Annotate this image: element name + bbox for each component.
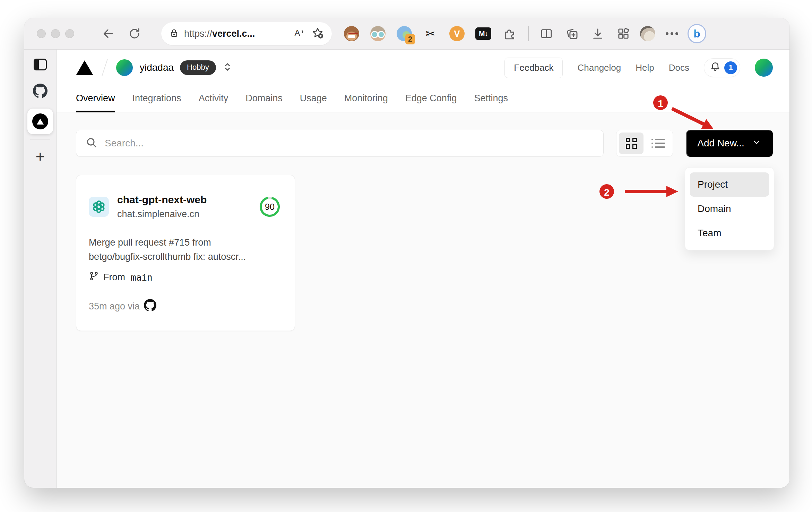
list-view-icon [651, 139, 665, 148]
notification-count-badge: 1 [724, 61, 737, 74]
downloads-icon[interactable] [588, 24, 607, 43]
search-icon [85, 136, 98, 150]
url-scheme: https:// [184, 28, 212, 39]
v-extension-icon[interactable]: V [449, 26, 465, 42]
tab-usage[interactable]: Usage [300, 86, 327, 112]
new-tab-button[interactable]: + [36, 148, 45, 164]
tab-monitoring[interactable]: Monitoring [344, 86, 388, 112]
svg-text:A: A [295, 28, 300, 37]
browser-window: https://vercel.c... A 2 ✂ V M↓ [24, 18, 789, 488]
project-name[interactable]: chat-gpt-next-web [117, 194, 207, 206]
tab-overview[interactable]: Overview [76, 86, 115, 112]
vercel-tab-active[interactable] [27, 109, 53, 134]
url-text: https://vercel.c... [184, 28, 255, 39]
markdown-extension-icon[interactable]: M↓ [475, 26, 491, 42]
tab-settings[interactable]: Settings [474, 86, 508, 112]
github-source-icon [144, 299, 156, 314]
tab-integrations[interactable]: Integrations [132, 86, 181, 112]
dropdown-item-domain[interactable]: Domain [690, 197, 769, 221]
vercel-nav-tabs: Overview Integrations Activity Domains U… [57, 86, 789, 112]
vercel-logo-icon[interactable] [76, 60, 93, 75]
branch-row: From main [89, 271, 281, 284]
more-menu-icon[interactable] [663, 24, 681, 43]
analytics-score-ring[interactable]: 90 [259, 196, 281, 218]
add-new-dropdown: Project Domain Team [685, 167, 774, 250]
traffic-light-minimize[interactable] [51, 29, 60, 38]
changelog-link[interactable]: Changelog [577, 62, 621, 73]
chevron-down-icon [751, 137, 762, 150]
project-card[interactable]: chat-gpt-next-web chat.simplenaive.cn 90 [76, 175, 295, 331]
list-view-button[interactable] [646, 133, 670, 154]
docs-link[interactable]: Docs [669, 62, 689, 73]
url-bar[interactable]: https://vercel.c... A [161, 22, 332, 45]
tab-panel-toggle-icon[interactable] [34, 59, 47, 70]
read-aloud-icon[interactable]: A [293, 27, 305, 41]
collections-icon[interactable] [563, 24, 581, 43]
traffic-light-zoom[interactable] [65, 29, 74, 38]
grid-view-button[interactable] [619, 133, 643, 154]
grid-view-icon [626, 138, 637, 149]
apps-icon[interactable] [614, 24, 633, 43]
dropdown-item-team[interactable]: Team [690, 221, 769, 245]
openai-project-icon [89, 197, 109, 217]
lock-icon [169, 28, 179, 40]
view-toggle [616, 130, 673, 157]
browser-profile-avatar[interactable] [638, 24, 657, 43]
branch-prefix: From [103, 272, 125, 283]
bell-icon [709, 61, 722, 75]
github-tab-icon[interactable] [33, 84, 47, 98]
search-placeholder: Search... [105, 138, 144, 149]
project-domain[interactable]: chat.simplenaive.cn [117, 209, 207, 220]
branch-name[interactable]: main [131, 272, 153, 283]
team-switcher-icon[interactable] [222, 61, 233, 74]
extension-badge: 2 [405, 34, 415, 44]
score-value: 90 [259, 196, 281, 218]
feedback-button[interactable]: Feedback [504, 58, 563, 78]
commit-message[interactable]: Merge pull request #715 from betgo/bugfi… [89, 236, 281, 264]
deploy-meta: 35m ago via [89, 301, 140, 312]
avatar-extension-icon[interactable] [370, 26, 386, 42]
tab-domains[interactable]: Domains [245, 86, 283, 112]
dashboard-content: Search... Add New... [57, 112, 789, 488]
bing-chat-icon[interactable]: b [688, 24, 706, 43]
vercel-favicon [32, 113, 48, 129]
help-link[interactable]: Help [636, 62, 654, 73]
url-domain: vercel.c... [212, 28, 255, 39]
deploy-meta-row: 35m ago via [89, 299, 281, 314]
tab-edge-config[interactable]: Edge Config [405, 86, 457, 112]
vercel-header: yidadaa Hobby Feedback Changelog Help Do… [57, 50, 789, 86]
tampermonkey-extension-icon[interactable] [344, 26, 360, 42]
tab-activity[interactable]: Activity [199, 86, 228, 112]
team-name[interactable]: yidadaa [140, 62, 174, 73]
reload-icon[interactable] [125, 24, 144, 43]
git-branch-icon [89, 271, 99, 284]
vercel-page: yidadaa Hobby Feedback Changelog Help Do… [57, 50, 789, 488]
plan-badge: Hobby [180, 60, 216, 75]
favorite-star-icon[interactable] [311, 26, 324, 41]
breadcrumb-slash [102, 59, 108, 76]
split-screen-icon[interactable] [537, 24, 556, 43]
back-icon[interactable] [99, 24, 118, 43]
scissors-extension-icon[interactable]: ✂ [423, 26, 439, 42]
add-new-button[interactable]: Add New... [686, 130, 773, 157]
extension-row: 2 ✂ V M↓ [344, 26, 518, 42]
vertical-tab-strip: + [24, 50, 57, 488]
browser-toolbar: https://vercel.c... A 2 ✂ V M↓ [24, 18, 789, 50]
tab-strip-divider [30, 139, 50, 139]
search-input[interactable]: Search... [76, 130, 604, 157]
team-avatar[interactable] [116, 59, 133, 76]
notifications-button[interactable]: 1 [704, 58, 740, 77]
profile-extension-icon[interactable]: 2 [396, 26, 412, 42]
user-avatar[interactable] [755, 59, 773, 77]
toolbar-divider [528, 26, 529, 41]
extensions-puzzle-icon[interactable] [502, 26, 518, 42]
traffic-light-close[interactable] [37, 29, 46, 38]
dropdown-item-project[interactable]: Project [690, 172, 769, 197]
